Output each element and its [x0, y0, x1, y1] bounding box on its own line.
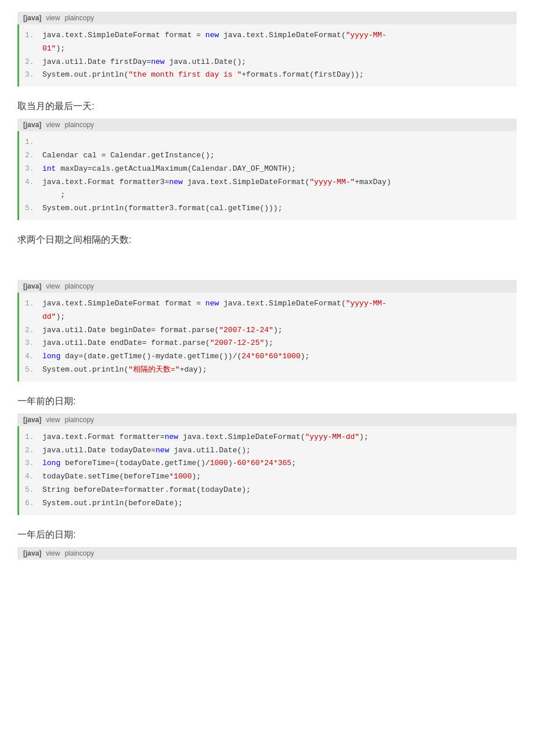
code-line: 1.: [19, 136, 517, 149]
code-toolbar-5: [java] view plaincopy: [17, 547, 517, 560]
code-block-3: 1. java.text.SimpleDateFormat format = n…: [17, 293, 517, 381]
code-line: 2. java.util.Date beginDate= format.pars…: [19, 324, 517, 337]
code-line: 5. System.out.println(formatter3.format(…: [19, 202, 517, 215]
code-line: 1. java.text.SimpleDateFormat format = n…: [19, 29, 517, 42]
section-heading: 求两个日期之间相隔的天数:: [17, 234, 517, 246]
plaincopy-link[interactable]: plaincopy: [64, 14, 94, 22]
view-link[interactable]: view: [46, 121, 60, 129]
code-line: 2. java.util.Date firstDay=new java.util…: [19, 56, 517, 69]
code-line: 5. String beforeDate=formatter.format(to…: [19, 484, 517, 497]
view-link[interactable]: view: [46, 549, 60, 557]
view-link[interactable]: view: [46, 416, 60, 424]
section-heading: 一年前的日期:: [17, 395, 517, 408]
code-line: 6. System.out.println(beforeDate);: [19, 497, 517, 510]
plaincopy-link[interactable]: plaincopy: [64, 282, 94, 290]
code-line: 1. java.text.Format formatter=new java.t…: [19, 431, 517, 444]
code-line: 2. java.util.Date todayDate=new java.uti…: [19, 444, 517, 458]
code-block-2: 1. 2. Calendar cal = Calendar.getInstanc…: [17, 131, 517, 220]
page-container: [java] view plaincopy 1. java.text.Simpl…: [0, 12, 534, 560]
code-line-cont: 01");: [19, 42, 517, 56]
code-line: 1. java.text.SimpleDateFormat format = n…: [19, 297, 517, 311]
code-section-first-day: [java] view plaincopy 1. java.text.Simpl…: [17, 12, 517, 87]
code-line: 5. System.out.println("相隔的天数="+day);: [19, 363, 517, 377]
code-toolbar-2: [java] view plaincopy: [17, 118, 517, 131]
code-toolbar-1: [java] view plaincopy: [17, 12, 517, 24]
code-line: 3. int maxDay=cals.getActualMaximum(Cale…: [19, 163, 517, 176]
section-heading: 一年后的日期:: [17, 529, 517, 541]
view-link[interactable]: view: [46, 282, 60, 290]
code-line: 4. java.text.Format formatter3=new java.…: [19, 176, 517, 189]
code-line-cont: ;: [19, 189, 517, 202]
lang-tag: [java]: [23, 121, 41, 129]
lang-tag: [java]: [23, 549, 41, 557]
code-line: 4. long day=(date.getTime()-mydate.getTi…: [19, 350, 517, 363]
plaincopy-link[interactable]: plaincopy: [64, 121, 94, 129]
plaincopy-link[interactable]: plaincopy: [64, 416, 94, 424]
view-link[interactable]: view: [46, 14, 60, 22]
section-heading: 取当月的最后一天:: [17, 100, 517, 113]
code-line: 2. Calendar cal = Calendar.getInstance()…: [19, 149, 517, 163]
section-diff-days: 求两个日期之间相隔的天数: [java] view plaincopy 1. j…: [17, 234, 517, 381]
code-line: 4. todayDate.setTime(beforeTime*1000);: [19, 470, 517, 484]
code-toolbar-3: [java] view plaincopy: [17, 280, 517, 293]
code-toolbar-4: [java] view plaincopy: [17, 413, 517, 426]
plaincopy-link[interactable]: plaincopy: [64, 549, 94, 557]
lang-tag: [java]: [23, 14, 41, 22]
section-year-before: 一年前的日期: [java] view plaincopy 1. java.te…: [17, 395, 517, 515]
code-block-1: 1. java.text.SimpleDateFormat format = n…: [17, 24, 517, 87]
lang-tag: [java]: [23, 282, 41, 290]
code-line: 3. long beforeTime=(todayDate.getTime()/…: [19, 457, 517, 470]
section-last-day: 取当月的最后一天: [java] view plaincopy 1. 2. Ca…: [17, 100, 517, 220]
lang-tag: [java]: [23, 416, 41, 424]
code-line: 3. java.util.Date endDate= format.parse(…: [19, 337, 517, 350]
code-line: 3. System.out.println("the month first d…: [19, 69, 517, 82]
code-line-cont: dd");: [19, 311, 517, 324]
section-year-after: 一年后的日期: [java] view plaincopy: [17, 529, 517, 560]
code-block-4: 1. java.text.Format formatter=new java.t…: [17, 426, 517, 515]
